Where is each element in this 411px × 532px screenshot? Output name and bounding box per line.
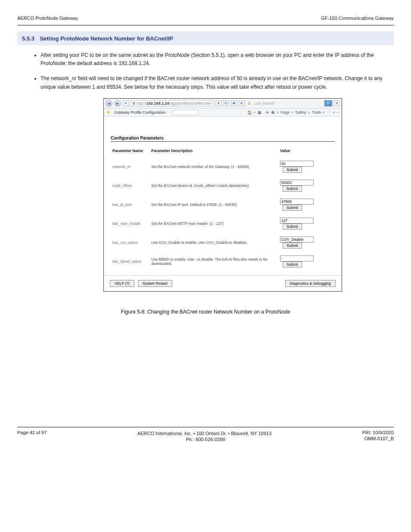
- stop-icon[interactable]: ✕: [239, 100, 245, 106]
- footer-button-row: HELP (?) System Restart Diagnostics & De…: [104, 275, 342, 291]
- page-content: Configuration Parameters Parameter Name …: [104, 117, 342, 275]
- safety-menu[interactable]: Safety: [295, 110, 306, 115]
- page-footer: Page 42 of 97 AERCO International, Inc. …: [17, 427, 394, 442]
- footer-right-2: OMM-0107_B: [355, 436, 394, 441]
- footer-center-line-1: AERCO International, Inc. • 100 Oritani …: [47, 431, 362, 436]
- nav-dropdown[interactable]: ▾: [123, 100, 129, 106]
- help-button[interactable]: HELP (?): [110, 280, 134, 287]
- mail-icon[interactable]: ✉: [266, 110, 269, 115]
- footer-center-line-2: Ph.: 800-526-0288: [56, 437, 355, 442]
- forward-button[interactable]: ►: [114, 100, 121, 107]
- table-row: bac_bbmd_option Use BBMD to enable. Use …: [111, 252, 335, 271]
- compat-icon[interactable]: ❖: [231, 100, 237, 106]
- table-row: bac_ip_port Set the BACnet IP port. Defa…: [111, 195, 335, 214]
- submit-button[interactable]: Submit: [283, 186, 302, 192]
- submit-button[interactable]: Submit: [283, 261, 302, 268]
- param-desc: Set the BACnet IP port. Default is 47808…: [149, 195, 278, 214]
- back-button[interactable]: ◄: [106, 100, 112, 107]
- figure-caption: Figure 5-8: Changing the BACnet router N…: [17, 309, 394, 315]
- address-bar[interactable]: e http://192.168.1.24/app/profiles/profi…: [131, 100, 214, 106]
- embedded-screenshot: ◄ ► ▾ e http://192.168.1.24/app/profiles…: [103, 98, 342, 292]
- col-value: Value: [278, 146, 335, 157]
- search-placeholder[interactable]: Live Search: [254, 101, 323, 106]
- table-row: bac_max_master Set the BACnet MSTP max m…: [111, 214, 335, 233]
- submit-button[interactable]: Submit: [283, 243, 302, 249]
- system-restart-button[interactable]: System Restart: [138, 280, 172, 287]
- browser-nav-bar: ◄ ► ▾ e http://192.168.1.24/app/profiles…: [104, 99, 342, 109]
- doc-header-left: AERCO ProtoNode Gateway: [17, 16, 78, 21]
- param-desc: Set the BACnet device id. (node_offset+A…: [149, 176, 278, 195]
- url-text: http://192.168.1.24/app/profiles/profile…: [137, 101, 212, 106]
- param-name: bac_cov_option: [111, 233, 149, 252]
- browser-tab-bar: ★ Gateway Profile Configuration 🏠▾ ▦ · ✉…: [104, 109, 342, 117]
- print-icon[interactable]: 🖶: [271, 110, 275, 115]
- param-desc: Set the BACnet network number of the Gat…: [149, 157, 278, 176]
- tools-menu[interactable]: Tools: [312, 110, 321, 115]
- param-desc: Use BBMD to enable. Use - to disable. Th…: [149, 252, 278, 271]
- footer-rule: [17, 427, 394, 427]
- address-dropdown[interactable]: ▾: [215, 100, 221, 106]
- param-name: node_offset: [111, 176, 149, 195]
- submit-button[interactable]: Submit: [283, 167, 302, 173]
- param-desc: Use COV_Enable to enable. Use COV_Disabl…: [149, 233, 278, 252]
- value-input[interactable]: [280, 161, 314, 167]
- col-param-name: Parameter Name: [111, 146, 149, 157]
- page-menu[interactable]: Page: [280, 110, 290, 115]
- section-number: 5.5.3: [22, 35, 34, 42]
- home-icon[interactable]: 🏠: [247, 110, 252, 115]
- search-button[interactable]: 🔍: [324, 100, 332, 106]
- footer-page: Page 42 of 97: [17, 430, 47, 436]
- value-input[interactable]: [280, 218, 314, 224]
- bing-icon: b: [246, 100, 252, 106]
- value-input[interactable]: [280, 255, 314, 261]
- col-param-desc: Parameter Description: [149, 146, 278, 157]
- param-desc: Set the BACnet MSTP max master. (1 - 127…: [149, 214, 278, 233]
- config-rule: [111, 141, 335, 142]
- submit-button[interactable]: Submit: [283, 224, 302, 230]
- param-name: bac_ip_port: [111, 195, 149, 214]
- list-item: The network_nr field will need to be cha…: [40, 75, 394, 91]
- tab-placeholder: [173, 110, 199, 115]
- diagnostics-debugging-button[interactable]: Diagnostics & Debugging: [285, 280, 336, 287]
- param-name: bac_bbmd_option: [111, 252, 149, 271]
- value-input[interactable]: [280, 180, 314, 186]
- section-heading: 5.5.3 Setting ProtoNode Network Number f…: [17, 31, 394, 45]
- footer-right-1: PRI: 10/9/2020: [362, 430, 394, 435]
- page-tab[interactable]: Gateway Profile Configuration: [114, 110, 166, 115]
- config-section-title: Configuration Parameters: [111, 136, 335, 140]
- section-title: Setting ProtoNode Network Number for BAC…: [40, 35, 173, 42]
- refresh-icon[interactable]: ↻: [223, 100, 229, 106]
- ie-icon: e: [133, 101, 135, 106]
- browser-toolbar: 🏠▾ ▦ · ✉ 🖶▾ Page▾ Safety▾ Tools▾ ❔▾ »: [247, 110, 339, 115]
- config-table: Parameter Name Parameter Description Val…: [111, 146, 335, 271]
- table-row: node_offset Set the BACnet device id. (n…: [111, 176, 335, 195]
- table-row: bac_cov_option Use COV_Enable to enable.…: [111, 233, 335, 252]
- submit-button[interactable]: Submit: [283, 205, 302, 211]
- value-input[interactable]: [280, 236, 314, 243]
- search-dropdown[interactable]: ▾: [334, 100, 340, 106]
- doc-header-right: GF-150 Communications Gateway: [321, 16, 394, 21]
- param-name: network_nr: [111, 157, 149, 176]
- value-input[interactable]: [280, 199, 314, 205]
- feeds-icon[interactable]: ▦: [258, 110, 262, 115]
- help-icon[interactable]: ❔: [327, 110, 331, 115]
- favorites-icon[interactable]: ★: [106, 110, 112, 115]
- header-rule: [17, 25, 394, 25]
- list-item: After setting your PC to be on the same …: [40, 51, 394, 68]
- instruction-list: After setting your PC to be on the same …: [17, 51, 394, 91]
- param-name: bac_max_master: [111, 214, 149, 233]
- table-row: network_nr Set the BACnet network number…: [111, 157, 335, 176]
